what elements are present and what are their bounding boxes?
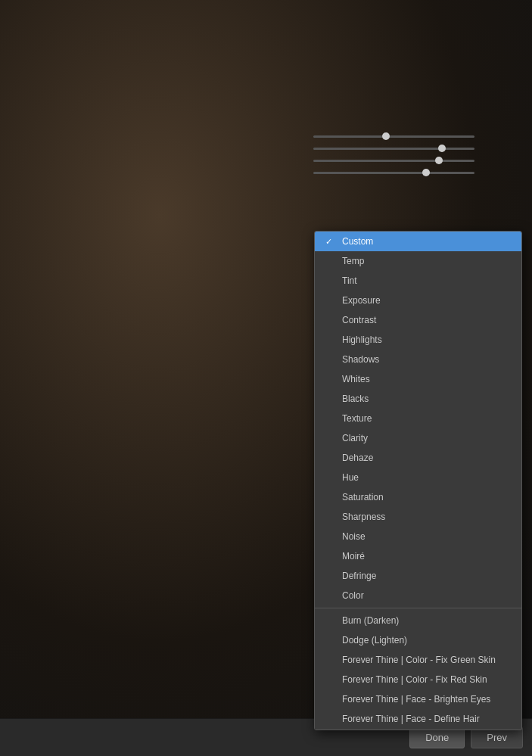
dropdown-item-defringe[interactable]: Defringe xyxy=(315,566,511,586)
dropdown-item-label: Forever Thine | Face - Brighten Eyes xyxy=(342,694,490,705)
left-panel: Masks ? ▶▶ + Create New Mask New Mask Ma… xyxy=(0,36,254,756)
dropdown-item-label: Forever Thine | Color - Fix Red Skin xyxy=(342,674,487,685)
dropdown-item-label: Temp xyxy=(342,256,364,266)
dropdown-item-label: Defringe xyxy=(342,571,376,581)
density-slider-thumb[interactable] xyxy=(422,169,430,176)
dropdown-item-label: Hue xyxy=(342,472,359,483)
dropdown-item-label: Sharpness xyxy=(342,512,385,522)
dropdown-item-label: Contrast xyxy=(342,315,376,325)
dropdown-item-label: Whites xyxy=(342,374,370,384)
main-layout: Masks ? ▶▶ + Create New Mask New Mask Ma… xyxy=(0,36,532,756)
dropdown-item-highlights[interactable]: Highlights xyxy=(315,330,511,350)
dropdown-divider xyxy=(315,608,511,608)
dropdown-item-label: Clarity xyxy=(342,433,368,443)
dropdown-item-dehaze[interactable]: Dehaze xyxy=(315,448,511,468)
dropdown-item-custom[interactable]: ✓ Custom xyxy=(315,232,511,251)
size-slider-thumb[interactable] xyxy=(382,132,390,140)
dropdown-item-temp[interactable]: Temp xyxy=(315,251,511,271)
dropdown-item-label: Saturation xyxy=(342,492,384,502)
dropdown-item-label: Highlights xyxy=(342,334,382,345)
dropdown-item-moire[interactable]: Moiré xyxy=(315,546,511,566)
dropdown-item-tint[interactable]: Tint xyxy=(315,271,511,291)
density-slider-track[interactable] xyxy=(313,172,474,174)
dropdown-item-exposure[interactable]: Exposure xyxy=(315,291,511,310)
dropdown-item-label: Forever Thine | Color - Fix Green Skin xyxy=(342,655,496,665)
dropdown-item-noise[interactable]: Noise xyxy=(315,527,511,546)
dropdown-item-label: Burn (Darken) xyxy=(342,615,399,626)
dropdown-item-dodge[interactable]: Dodge (Lighten) xyxy=(315,630,511,650)
dropdown-item-ft-green[interactable]: Forever Thine | Color - Fix Green Skin xyxy=(315,650,511,670)
dropdown-item-hue[interactable]: Hue xyxy=(315,468,511,487)
dropdown-item-color[interactable]: Color xyxy=(315,586,511,605)
dropdown-item-shadows[interactable]: Shadows xyxy=(315,350,511,369)
size-slider-track[interactable] xyxy=(313,135,474,138)
effect-dropdown-menu: ✓ Custom Temp Tint Exposure Contrast xyxy=(314,231,511,730)
dropdown-item-label: Exposure xyxy=(342,295,381,306)
flow-slider-track[interactable] xyxy=(313,160,474,162)
dropdown-item-burn[interactable]: Burn (Darken) xyxy=(315,611,511,630)
dropdown-item-whites[interactable]: Whites xyxy=(315,369,511,389)
dropdown-item-ft-eyes-enhance[interactable]: Forever Thine | Face - Enhance Eyes xyxy=(315,729,511,730)
dropdown-item-label: Moiré xyxy=(342,551,365,562)
dropdown-item-texture[interactable]: Texture xyxy=(315,409,511,428)
dropdown-item-label: Tint xyxy=(342,275,357,286)
dropdown-item-label: Texture xyxy=(342,413,372,424)
dropdown-item-label: Shadows xyxy=(342,354,379,365)
dropdown-item-clarity[interactable]: Clarity xyxy=(315,428,511,448)
feather-slider-track[interactable] xyxy=(313,148,474,150)
dropdown-item-contrast[interactable]: Contrast xyxy=(315,310,511,330)
dropdown-item-blacks[interactable]: Blacks xyxy=(315,389,511,409)
dropdown-item-label: Color xyxy=(342,590,364,601)
dropdown-item-label: Blacks xyxy=(342,394,369,404)
dropdown-item-label: Noise xyxy=(342,531,366,542)
dropdown-item-ft-eyes-bright[interactable]: Forever Thine | Face - Brighten Eyes xyxy=(315,689,511,709)
dropdown-item-label: Dodge (Lighten) xyxy=(342,635,407,646)
dropdown-item-sharpness[interactable]: Sharpness xyxy=(315,507,511,527)
dropdown-item-label: Custom xyxy=(342,236,373,247)
dropdown-check-icon: ✓ xyxy=(325,237,336,247)
dropdown-item-saturation[interactable]: Saturation xyxy=(315,487,511,507)
flow-slider-thumb[interactable] xyxy=(435,157,443,164)
dropdown-item-ft-hair[interactable]: Forever Thine | Face - Define Hair xyxy=(315,709,511,729)
dropdown-item-label: Dehaze xyxy=(342,453,373,463)
dropdown-item-label: Forever Thine | Face - Define Hair xyxy=(342,714,480,724)
dropdown-item-ft-red[interactable]: Forever Thine | Color - Fix Red Skin xyxy=(315,670,511,689)
feather-slider-thumb[interactable] xyxy=(438,145,446,152)
